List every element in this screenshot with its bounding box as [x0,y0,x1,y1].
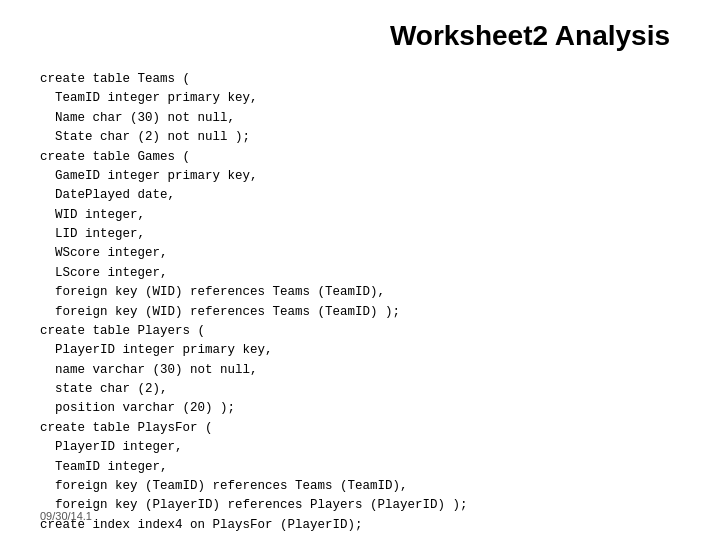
sql-code-block: create table Teams ( TeamID integer prim… [40,70,680,535]
footer-text: 09/30/14.1 [40,510,92,522]
page-title: Worksheet2 Analysis [40,20,680,52]
page: Worksheet2 Analysis create table Teams (… [0,0,720,540]
